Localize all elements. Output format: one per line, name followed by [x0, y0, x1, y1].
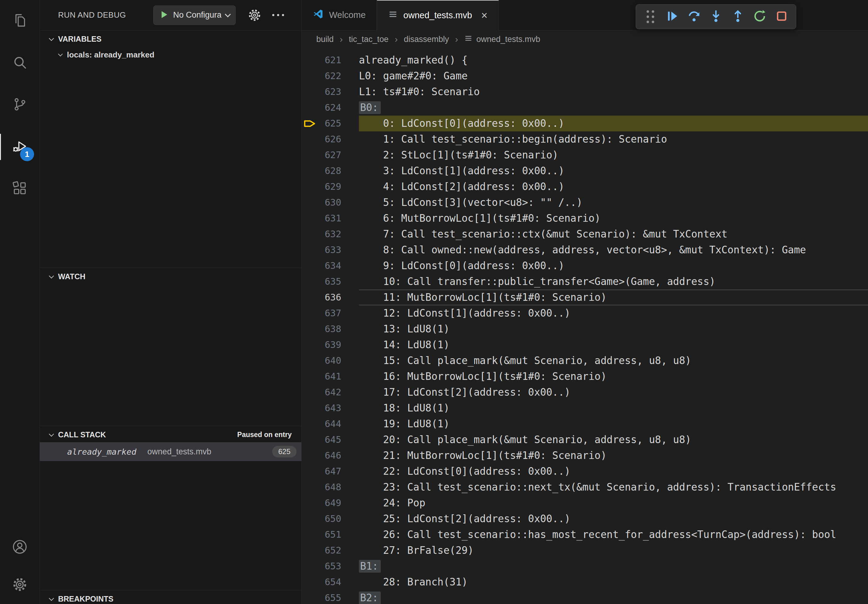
code-text[interactable]: 13: LdU8(1) — [359, 321, 868, 337]
code-text[interactable]: 19: LdU8(1) — [359, 416, 868, 432]
line-number[interactable]: 626 — [302, 132, 341, 147]
activity-item-settings[interactable] — [0, 566, 40, 604]
code-line[interactable]: 645 20: Call place_mark(&mut Scenario, a… — [302, 432, 868, 448]
activity-item-run-debug[interactable]: 1 — [0, 126, 40, 168]
code-text[interactable]: 26: Call test_scenario::has_most_recent_… — [359, 527, 868, 542]
close-icon[interactable]: × — [481, 10, 488, 21]
line-number[interactable]: 636 — [302, 290, 341, 305]
line-number[interactable]: 645 — [302, 432, 341, 448]
line-number[interactable]: 653 — [302, 558, 341, 574]
variables-scope-row[interactable]: locals: already_marked — [40, 46, 301, 63]
code-text[interactable]: 11: MutBorrowLoc[1](ts#1#0: Scenario) — [359, 290, 868, 305]
code-line[interactable]: 626 1: Call test_scenario::begin(address… — [302, 132, 868, 147]
activity-item-source-control[interactable] — [0, 84, 40, 126]
line-number[interactable]: 632 — [302, 226, 341, 242]
more-actions-icon[interactable] — [272, 14, 284, 16]
code-line[interactable]: 642 17: LdConst[2](address: 0x00..) — [302, 384, 868, 400]
line-number[interactable]: 651 — [302, 527, 341, 542]
call-stack-frame-row[interactable]: already_marked owned_tests.mvb 625 — [40, 442, 301, 461]
code-text[interactable]: 24: Pop — [359, 495, 868, 511]
code-line[interactable]: 652 27: BrFalse(29) — [302, 542, 868, 558]
line-number[interactable]: 649 — [302, 495, 341, 511]
line-number[interactable]: 647 — [302, 463, 341, 479]
line-number[interactable]: 629 — [302, 179, 341, 195]
line-number[interactable]: 623 — [302, 84, 341, 100]
code-line[interactable]: 649 24: Pop — [302, 495, 868, 511]
code-line[interactable]: 634 9: LdConst[0](address: 0x00..) — [302, 258, 868, 274]
code-area[interactable]: 621already_marked() {622L0: game#2#0: Ga… — [302, 48, 868, 604]
code-line[interactable]: 644 19: LdU8(1) — [302, 416, 868, 432]
code-line[interactable]: 655B2: — [302, 590, 868, 604]
line-number[interactable]: 643 — [302, 400, 341, 416]
activity-item-account[interactable] — [0, 528, 40, 566]
code-text[interactable]: 14: LdU8(1) — [359, 337, 868, 353]
code-text[interactable]: 1: Call test_scenario::begin(address): S… — [359, 132, 868, 147]
code-line[interactable]: 629 4: LdConst[2](address: 0x00..) — [302, 179, 868, 195]
code-line[interactable]: 636 11: MutBorrowLoc[1](ts#1#0: Scenario… — [302, 290, 868, 305]
restart-button[interactable] — [750, 7, 769, 26]
code-text[interactable]: B0: — [359, 100, 868, 116]
activity-item-extensions[interactable] — [0, 168, 40, 210]
debug-settings-gear-icon[interactable] — [248, 9, 261, 22]
tab-welcome[interactable]: Welcome — [302, 0, 377, 30]
activity-item-explorer[interactable] — [0, 0, 40, 42]
continue-button[interactable] — [663, 7, 682, 26]
code-line[interactable]: 654 28: Branch(31) — [302, 574, 868, 590]
code-line[interactable]: 633 8: Call owned::new(address, address,… — [302, 242, 868, 258]
code-text[interactable]: 0: LdConst[0](address: 0x00..) — [359, 116, 868, 132]
toolbar-drag-handle[interactable] — [641, 7, 660, 26]
code-line[interactable]: 647 22: LdConst[0](address: 0x00..) — [302, 463, 868, 479]
code-line[interactable]: 635 10: Call transfer::public_transfer<G… — [302, 274, 868, 290]
code-line[interactable]: 641 16: MutBorrowLoc[1](ts#1#0: Scenario… — [302, 369, 868, 384]
line-number[interactable]: 650 — [302, 511, 341, 527]
breadcrumb-item[interactable]: disassembly — [404, 35, 449, 44]
code-text[interactable]: 17: LdConst[2](address: 0x00..) — [359, 384, 868, 400]
code-text[interactable]: L1: ts#1#0: Scenario — [359, 84, 868, 100]
step-into-button[interactable] — [707, 7, 725, 26]
line-number[interactable]: 622 — [302, 68, 341, 84]
watch-section-header[interactable]: WATCH — [40, 268, 301, 284]
code-text[interactable]: 16: MutBorrowLoc[1](ts#1#0: Scenario) — [359, 369, 868, 384]
line-number[interactable]: 646 — [302, 448, 341, 463]
code-line[interactable]: 621already_marked() { — [302, 52, 868, 68]
code-text[interactable]: 20: Call place_mark(&mut Scenario, addre… — [359, 432, 868, 448]
activity-item-search[interactable] — [0, 42, 40, 84]
code-text[interactable]: B2: — [359, 590, 868, 604]
code-text[interactable]: 4: LdConst[2](address: 0x00..) — [359, 179, 868, 195]
code-text[interactable]: 10: Call transfer::public_transfer<Game>… — [359, 274, 868, 290]
line-number[interactable]: 644 — [302, 416, 341, 432]
code-text[interactable]: 3: LdConst[1](address: 0x00..) — [359, 163, 868, 179]
code-text[interactable]: already_marked() { — [359, 52, 868, 68]
code-line[interactable]: 630 5: LdConst[3](vector<u8>: "" /..) — [302, 195, 868, 211]
line-number[interactable]: 624 — [302, 100, 341, 116]
code-text[interactable]: 27: BrFalse(29) — [359, 542, 868, 558]
code-text[interactable]: L0: game#2#0: Game — [359, 68, 868, 84]
line-number[interactable]: 652 — [302, 542, 341, 558]
code-text[interactable]: B1: — [359, 558, 868, 574]
tab-owned-tests[interactable]: owned_tests.mvb × — [377, 0, 499, 30]
code-line[interactable]: 622L0: game#2#0: Game — [302, 68, 868, 84]
debug-config-dropdown[interactable]: No Configura — [153, 5, 236, 25]
code-line[interactable]: 648 23: Call test_scenario::next_tx(&mut… — [302, 479, 868, 495]
variables-section-header[interactable]: VARIABLES — [40, 30, 301, 46]
line-number[interactable]: 634 — [302, 258, 341, 274]
code-text[interactable]: 7: Call test_scenario::ctx(&mut Scenario… — [359, 226, 868, 242]
line-number[interactable]: 655 — [302, 590, 341, 604]
code-line[interactable]: 651 26: Call test_scenario::has_most_rec… — [302, 527, 868, 542]
code-line[interactable]: 638 13: LdU8(1) — [302, 321, 868, 337]
code-line[interactable]: 623L1: ts#1#0: Scenario — [302, 84, 868, 100]
line-number[interactable]: 640 — [302, 353, 341, 369]
line-number[interactable]: 639 — [302, 337, 341, 353]
code-text[interactable]: 28: Branch(31) — [359, 574, 868, 590]
line-number[interactable]: 635 — [302, 274, 341, 290]
code-line[interactable]: 653B1: — [302, 558, 868, 574]
code-text[interactable]: 23: Call test_scenario::next_tx(&mut Sce… — [359, 479, 868, 495]
line-number[interactable]: 621 — [302, 52, 341, 68]
code-text[interactable]: 22: LdConst[0](address: 0x00..) — [359, 463, 868, 479]
breadcrumb-item[interactable]: build — [316, 35, 334, 44]
line-number[interactable]: 627 — [302, 147, 341, 163]
code-line[interactable]: 632 7: Call test_scenario::ctx(&mut Scen… — [302, 226, 868, 242]
line-number[interactable]: 637 — [302, 305, 341, 321]
stop-button[interactable] — [772, 7, 791, 26]
code-text[interactable]: 15: Call place_mark(&mut Scenario, addre… — [359, 353, 868, 369]
